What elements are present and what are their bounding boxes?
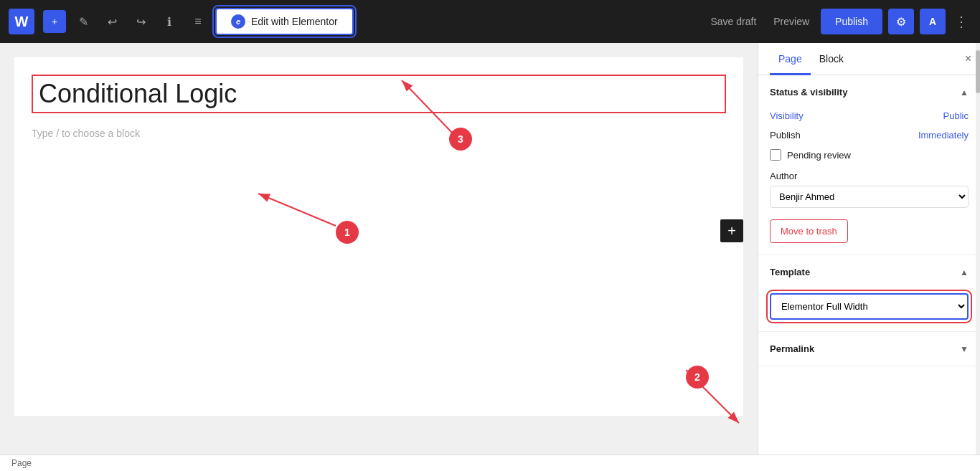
permalink-section: Permalink ▼	[758, 332, 980, 366]
author-label: Author	[770, 171, 969, 181]
author-section: Author Benjir Ahmed Admin Editor	[770, 165, 969, 214]
template-select[interactable]: Elementor Full Width Default Template Fu…	[770, 293, 969, 320]
panel-scrollbar[interactable]	[976, 43, 980, 471]
visibility-label[interactable]: Visibility	[770, 110, 804, 121]
publish-label: Publish	[770, 130, 801, 141]
publish-row: Publish Immediately	[770, 125, 969, 145]
template-section: Template ▲ Elementor Full Width Default …	[758, 255, 980, 332]
publish-button[interactable]: Publish	[821, 9, 882, 34]
toolbar: W + ✎ ↩ ↪ ℹ ≡ e Edit with Elementor Save…	[0, 0, 980, 43]
status-bar-label: Page	[11, 458, 32, 468]
info-button[interactable]: ℹ	[158, 10, 181, 33]
settings-button[interactable]: ⚙	[888, 9, 914, 34]
annotation-1: 1	[336, 221, 359, 244]
panel-content: Status & visibility ▲ Visibility Public …	[758, 75, 980, 471]
tab-block[interactable]: Block	[811, 43, 852, 75]
editor-area: Type / to choose a block + 1 2 3	[0, 43, 758, 471]
right-panel: Page Block × Status & visibility ▲ Visib…	[758, 43, 980, 471]
status-section-header[interactable]: Status & visibility ▲	[770, 87, 969, 97]
status-visibility-section: Status & visibility ▲ Visibility Public …	[758, 75, 980, 255]
tab-page[interactable]: Page	[770, 43, 811, 75]
annotation-3: 3	[449, 128, 472, 151]
block-placeholder: Type / to choose a block	[32, 125, 726, 142]
publish-value[interactable]: Immediately	[918, 130, 969, 141]
panel-close-button[interactable]: ×	[965, 52, 971, 65]
author-select[interactable]: Benjir Ahmed Admin Editor	[770, 186, 969, 208]
annotation-2: 2	[686, 366, 709, 389]
panel-tabs: Page Block ×	[758, 43, 980, 75]
permalink-section-toggle: ▼	[960, 344, 969, 354]
permalink-section-header[interactable]: Permalink ▼	[770, 343, 969, 354]
status-section-title: Status & visibility	[770, 87, 847, 97]
template-section-header[interactable]: Template ▲	[770, 267, 969, 277]
preview-button[interactable]: Preview	[768, 16, 815, 27]
permalink-section-title: Permalink	[770, 343, 814, 354]
save-draft-button[interactable]: Save draft	[705, 16, 762, 27]
add-button[interactable]: +	[43, 10, 66, 33]
page-canvas: Type / to choose a block	[14, 57, 743, 416]
pending-review-label: Pending review	[787, 150, 851, 161]
edit-button[interactable]: ✎	[72, 10, 95, 33]
main-layout: Type / to choose a block + 1 2 3	[0, 43, 980, 471]
elementor-button-label: Edit with Elementor	[251, 16, 338, 27]
toolbar-right: Save draft Preview Publish ⚙ A ⋮	[705, 9, 971, 34]
status-section-toggle: ▲	[960, 87, 969, 97]
undo-button[interactable]: ↩	[100, 10, 123, 33]
visibility-row: Visibility Public	[770, 106, 969, 125]
move-to-trash-button[interactable]: Move to trash	[770, 219, 848, 243]
redo-button[interactable]: ↪	[129, 10, 152, 33]
template-section-toggle: ▲	[960, 267, 969, 277]
edit-with-elementor-button[interactable]: e Edit with Elementor	[215, 8, 354, 35]
template-section-title: Template	[770, 267, 810, 277]
user-avatar-button[interactable]: A	[920, 9, 946, 34]
more-options-button[interactable]: ⋮	[951, 13, 971, 30]
visibility-value[interactable]: Public	[943, 110, 969, 121]
pending-review-checkbox[interactable]	[770, 149, 781, 161]
status-bar: Page	[0, 455, 980, 471]
add-block-button[interactable]: +	[720, 219, 743, 242]
pending-review-row: Pending review	[770, 145, 969, 165]
page-title-input[interactable]	[32, 75, 726, 113]
elementor-icon: e	[231, 14, 245, 29]
panel-scrollbar-thumb	[976, 50, 980, 93]
list-button[interactable]: ≡	[187, 10, 209, 33]
wp-logo[interactable]: W	[9, 9, 34, 34]
